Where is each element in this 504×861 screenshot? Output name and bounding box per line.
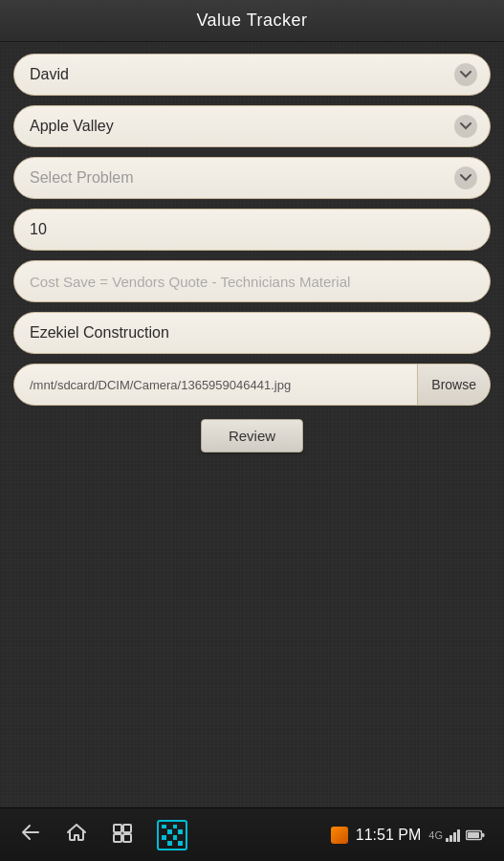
location-value: Apple Valley	[30, 105, 114, 147]
formula-field: Cost Save = Vendors Quote - Technicians …	[13, 260, 491, 302]
location-dropdown[interactable]: Apple Valley	[13, 105, 491, 147]
vendor-field-container: Ezekiel Construction	[13, 312, 491, 354]
svg-rect-0	[114, 825, 121, 832]
review-btn-container: Review	[13, 419, 491, 453]
browse-button[interactable]: Browse	[417, 364, 490, 405]
location-field-container: Apple Valley	[13, 105, 491, 147]
title-bar: Value Tracker	[0, 0, 504, 42]
bottom-nav: 11:51 PM 4G	[0, 807, 504, 861]
svg-rect-3	[123, 834, 131, 842]
formula-placeholder: Cost Save = Vendors Quote - Technicians …	[30, 274, 350, 290]
name-dropdown[interactable]: David	[13, 54, 491, 96]
qr-scan-button[interactable]	[157, 820, 187, 850]
file-path: /mnt/sdcard/DCIM/Camera/1365959046441.jp…	[14, 378, 417, 392]
file-field-container: /mnt/sdcard/DCIM/Camera/1365959046441.jp…	[13, 364, 491, 406]
name-value: David	[30, 54, 69, 96]
problem-value: Select Problem	[30, 157, 134, 199]
nav-left	[19, 820, 187, 850]
vendor-value: Ezekiel Construction	[30, 312, 169, 354]
nav-right: 11:51 PM 4G	[331, 827, 485, 844]
notification-icon	[331, 827, 348, 844]
svg-rect-4	[446, 838, 449, 842]
status-time: 11:51 PM	[356, 827, 422, 844]
svg-rect-9	[468, 832, 479, 838]
svg-rect-7	[457, 829, 460, 842]
svg-rect-10	[482, 833, 485, 837]
main-content: David Apple Valley Select Problem	[0, 42, 504, 464]
problem-field-container: Select Problem	[13, 157, 491, 199]
signal-icons: 4G	[428, 828, 485, 842]
number-field-container	[13, 209, 491, 251]
name-field-container: David	[13, 54, 491, 96]
review-button[interactable]: Review	[201, 419, 303, 453]
svg-rect-6	[453, 832, 456, 842]
svg-rect-5	[449, 835, 452, 842]
back-button[interactable]	[19, 821, 42, 850]
battery-icon	[466, 829, 485, 841]
vendor-dropdown[interactable]: Ezekiel Construction	[13, 312, 491, 354]
home-button[interactable]	[65, 821, 88, 850]
recent-apps-button[interactable]	[111, 822, 134, 849]
number-input[interactable]	[13, 209, 491, 251]
svg-rect-1	[123, 825, 131, 832]
signal-bars-icon	[446, 828, 463, 842]
app-title: Value Tracker	[196, 11, 307, 31]
problem-dropdown[interactable]: Select Problem	[13, 157, 491, 199]
svg-rect-2	[114, 834, 121, 842]
